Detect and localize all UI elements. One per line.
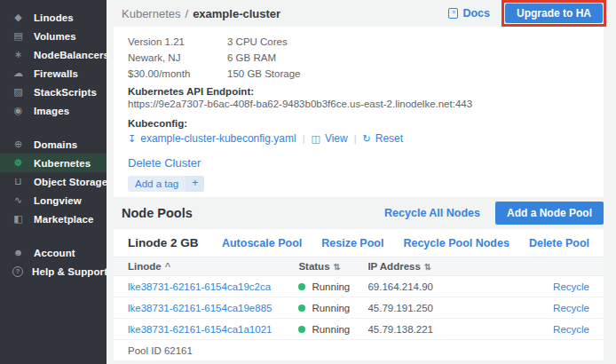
node-name-link[interactable]: lke38731-62161-6154ca1a1021	[128, 324, 272, 335]
api-endpoint-label: Kubernetes API Endpoint:	[128, 85, 589, 98]
view-label: View	[325, 132, 348, 145]
sidebar-item-label: Object Storage	[34, 177, 107, 187]
breadcrumb-current: example-cluster	[193, 7, 280, 20]
docs-link[interactable]: ≡ Docs	[448, 7, 490, 20]
breadcrumb-separator: /	[186, 7, 189, 20]
sidebar-group-divider	[0, 120, 107, 135]
sidebar-item-nodebalancers[interactable]: ∗ NodeBalancers	[0, 45, 107, 64]
sidebar-item-stackscripts[interactable]: ▨ StackScripts	[0, 83, 107, 101]
docs-label: Docs	[462, 7, 490, 20]
sidebar-item-domains[interactable]: ⊕ Domains	[0, 135, 107, 154]
kubernetes-wheel-icon: ☸	[12, 158, 25, 168]
recycle-all-nodes-link[interactable]: Recycle All Nodes	[384, 207, 480, 219]
images-icon: ◉	[12, 106, 25, 115]
cluster-region: Newark, NJ	[128, 50, 227, 66]
sidebar-item-label: NodeBalancers	[34, 50, 109, 60]
help-question-icon: ?	[12, 266, 23, 277]
sidebar-item-label: StackScripts	[34, 87, 97, 98]
delete-cluster-link[interactable]: Delete Cluster	[128, 156, 201, 170]
sidebar-item-volumes[interactable]: ▤ Volumes	[0, 27, 107, 45]
reset-label: Reset	[375, 132, 403, 145]
download-icon: ↧	[128, 134, 136, 144]
column-header-status[interactable]: Status	[298, 261, 329, 272]
pool-header: Linode 2 GB Autoscale Pool Resize Pool R…	[114, 229, 604, 257]
cluster-specs: Version 1.21 3 CPU Cores Newark, NJ 6 GB…	[128, 34, 589, 82]
recycle-node-link[interactable]: Recycle	[553, 324, 589, 335]
kubeconfig-reset-link[interactable]: ↻ Reset	[363, 132, 404, 145]
sidebar-item-firewalls[interactable]: ☁ Firewalls	[0, 64, 107, 83]
sidebar-group-divider	[0, 228, 107, 243]
sidebar-item-account[interactable]: ☻ Account	[0, 243, 107, 262]
status-dot-icon	[298, 326, 305, 333]
add-tag-label: Add a tag	[128, 176, 186, 192]
marketplace-bag-icon: ◧	[12, 214, 25, 224]
pool-id-footer: Pool ID 62161	[114, 340, 604, 360]
sort-ascending-icon[interactable]: ^	[165, 261, 170, 272]
recycle-node-link[interactable]: Recycle	[553, 281, 589, 292]
pool-actions: Autoscale Pool Resize Pool Recycle Pool …	[222, 237, 589, 249]
node-pools-actions: Recycle All Nodes Add a Node Pool	[384, 202, 604, 225]
recycle-pool-nodes-link[interactable]: Recycle Pool Nodes	[403, 237, 509, 249]
sidebar-item-label: Marketplace	[34, 214, 94, 225]
delete-pool-link[interactable]: Delete Pool	[529, 237, 589, 249]
breadcrumb-root[interactable]: Kubernetes	[122, 7, 181, 20]
kubeconfig-filename: example-cluster-kubeconfig.yaml	[140, 132, 296, 145]
domains-globe-icon: ⊕	[12, 139, 25, 149]
sidebar-item-label: Longview	[34, 195, 82, 206]
column-header-ip-address[interactable]: IP Address	[367, 261, 420, 272]
view-icon: ◫	[311, 134, 320, 144]
nodebalancers-icon: ∗	[12, 50, 25, 59]
add-tag-button[interactable]: Add a tag +	[128, 176, 204, 192]
sort-icon[interactable]: ⇅	[334, 262, 341, 272]
upgrade-to-ha-button[interactable]: Upgrade to HA	[505, 4, 603, 23]
linode-cube-icon: ◆	[12, 12, 25, 22]
resize-pool-link[interactable]: Resize Pool	[321, 237, 383, 249]
table-header-row: Linode ^ Status ⇅ IP Address ⇅	[114, 257, 604, 276]
sidebar-item-object-storage[interactable]: ⊔ Object Storage	[0, 172, 107, 191]
status-dot-icon	[298, 283, 305, 290]
node-name-link[interactable]: lke38731-62161-6154ca19e885	[128, 303, 272, 313]
sidebar-item-label: Domains	[34, 139, 77, 150]
upgrade-ha-highlight-box: Upgrade to HA	[501, 0, 606, 27]
stackscripts-icon: ▨	[12, 87, 25, 97]
column-header-linode[interactable]: Linode	[128, 261, 162, 272]
status-text: Running	[312, 281, 350, 292]
kubeconfig-actions: ↧ example-cluster-kubeconfig.yaml | ◫ Vi…	[128, 131, 589, 146]
main-content: Kubernetes / example-cluster ≡ Docs Upgr…	[107, 0, 616, 364]
cluster-version: Version 1.21	[128, 34, 227, 50]
recycle-node-link[interactable]: Recycle	[553, 303, 589, 313]
cluster-summary-card: Version 1.21 3 CPU Cores Newark, NJ 6 GB…	[114, 27, 604, 197]
status-text: Running	[312, 324, 350, 335]
table-row: lke38731-62161-6154ca19c2ca Running 69.1…	[114, 276, 604, 297]
divider: |	[303, 133, 305, 144]
add-node-pool-button[interactable]: Add a Node Pool	[495, 202, 604, 225]
sidebar-item-label: Kubernetes	[34, 158, 91, 169]
sidebar-item-help-support[interactable]: ? Help & Support	[0, 262, 107, 281]
kubeconfig-download-link[interactable]: ↧ example-cluster-kubeconfig.yaml	[128, 132, 296, 145]
sidebar-item-label: Linodes	[34, 12, 74, 23]
sidebar: ◆ Linodes ▤ Volumes ∗ NodeBalancers ☁ Fi…	[0, 0, 107, 364]
node-pools-title: Node Pools	[122, 206, 193, 220]
status-text: Running	[312, 303, 350, 313]
cluster-price: $30.00/month	[128, 66, 227, 82]
sidebar-item-label: Firewalls	[34, 68, 78, 79]
sidebar-item-longview[interactable]: ∿ Longview	[0, 191, 107, 210]
sidebar-item-marketplace[interactable]: ◧ Marketplace	[0, 210, 107, 228]
sidebar-item-linodes[interactable]: ◆ Linodes	[0, 8, 107, 27]
docs-icon: ≡	[448, 8, 458, 19]
object-storage-bucket-icon: ⊔	[12, 177, 25, 186]
sidebar-item-images[interactable]: ◉ Images	[0, 101, 107, 120]
volumes-icon: ▤	[12, 31, 25, 41]
account-person-icon: ☻	[12, 248, 25, 257]
node-name-link[interactable]: lke38731-62161-6154ca19c2ca	[128, 281, 271, 292]
node-pools-header: Node Pools Recycle All Nodes Add a Node …	[107, 197, 616, 229]
table-row: lke38731-62161-6154ca19e885 Running 45.7…	[114, 297, 604, 319]
sidebar-item-kubernetes[interactable]: ☸ Kubernetes	[0, 154, 107, 172]
plus-icon: +	[186, 176, 204, 192]
cluster-storage: 150 GB Storage	[227, 66, 589, 82]
sort-icon[interactable]: ⇅	[424, 262, 431, 272]
autoscale-pool-link[interactable]: Autoscale Pool	[222, 237, 302, 249]
ip-address: 45.79.138.221	[367, 324, 433, 335]
status-dot-icon	[298, 305, 305, 312]
kubeconfig-view-link[interactable]: ◫ View	[311, 132, 347, 145]
